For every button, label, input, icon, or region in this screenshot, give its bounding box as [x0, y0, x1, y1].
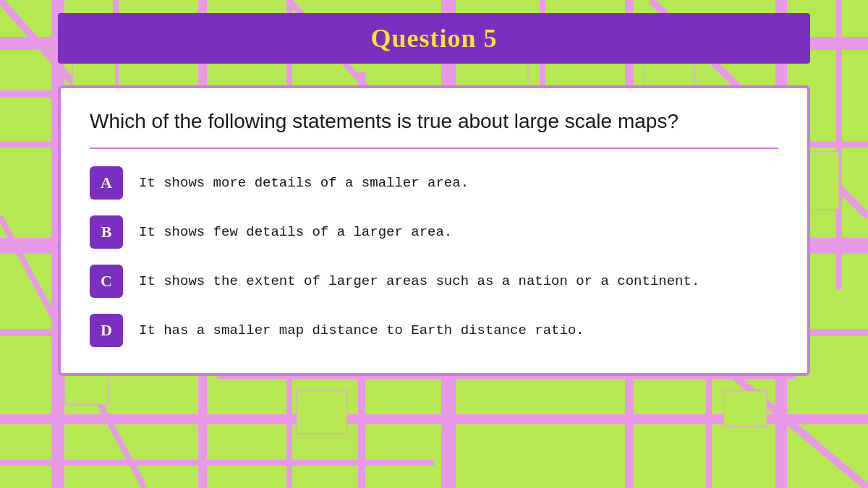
- answer-item-b[interactable]: B It shows few details of a larger area.: [90, 215, 778, 249]
- answer-text-c: It shows the extent of larger areas such…: [139, 272, 699, 291]
- question-banner: Question 5: [58, 13, 810, 64]
- answer-item-c[interactable]: C It shows the extent of larger areas su…: [90, 265, 778, 298]
- answer-item-d[interactable]: D It has a smaller map distance to Earth…: [90, 314, 778, 347]
- question-card: Which of the following statements is tru…: [58, 85, 810, 376]
- answers-list: A It shows more details of a smaller are…: [90, 166, 778, 347]
- answer-badge-b: B: [90, 215, 123, 249]
- answer-text-a: It shows more details of a smaller area.: [139, 174, 469, 193]
- question-title: Question 5: [370, 24, 497, 53]
- answer-item-a[interactable]: A It shows more details of a smaller are…: [90, 166, 778, 200]
- answer-badge-d: D: [90, 314, 123, 347]
- answer-text-b: It shows few details of a larger area.: [139, 223, 452, 242]
- answer-badge-a: A: [90, 166, 123, 200]
- question-text: Which of the following statements is tru…: [90, 108, 778, 149]
- content-wrapper: Question 5 Which of the following statem…: [0, 0, 868, 488]
- answer-badge-c: C: [90, 265, 123, 298]
- answer-text-d: It has a smaller map distance to Earth d…: [139, 321, 584, 341]
